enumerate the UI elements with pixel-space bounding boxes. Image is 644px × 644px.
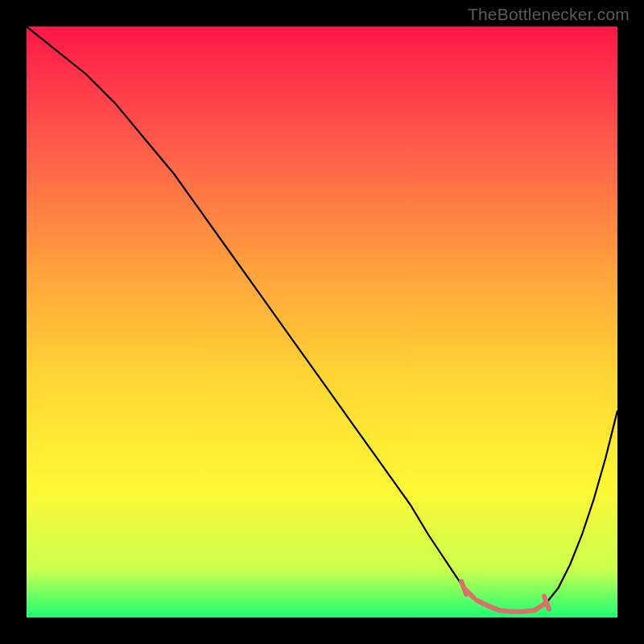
chart-plot-area (27, 27, 617, 617)
chart-svg (27, 27, 617, 617)
watermark-text: TheBottlenecker.com (468, 5, 630, 24)
svg-line-5 (523, 610, 535, 611)
chart-background (27, 27, 617, 617)
